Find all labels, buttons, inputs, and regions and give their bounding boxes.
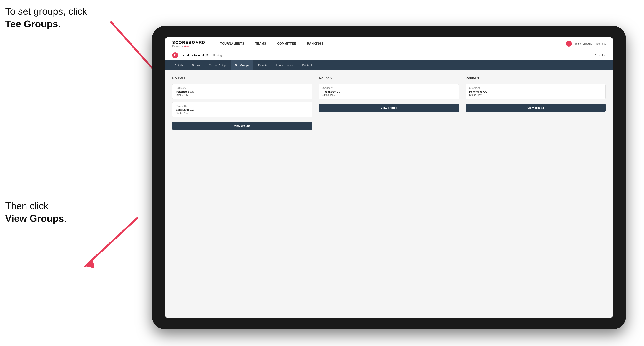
round-1-course-a-name: Peachtree GC: [176, 90, 309, 93]
round-3-course-a-card: (Course A) Peachtree GC Stroke Play: [466, 84, 606, 99]
round-2-course-a-format: Stroke Play: [322, 94, 456, 96]
round-2-course-a-name: Peachtree GC: [322, 90, 456, 93]
round-1-course-a-label: (Course A): [176, 87, 309, 89]
round-1-course-b-label: (Course B): [176, 105, 309, 107]
round-1-course-b-name: East Lake GC: [176, 108, 309, 111]
user-email: blair@clippd.io: [576, 42, 592, 45]
instruction-bottom-line1: Then click: [5, 200, 48, 211]
instruction-top-suffix: .: [58, 18, 60, 29]
round-3-course-a-format: Stroke Play: [469, 94, 602, 96]
svg-marker-3: [85, 259, 94, 268]
round-1-course-a-format: Stroke Play: [176, 94, 309, 96]
top-nav: SCOREBOARD Powered by clippd TOURNAMENTS…: [165, 37, 613, 50]
hosting-label: Hosting: [213, 54, 222, 57]
logo-text: SCOREBOARD: [172, 40, 206, 45]
instruction-view-groups-label: View Groups: [5, 213, 64, 224]
sub-header-left: C Clippd Invitational (M... Hosting: [172, 52, 222, 58]
arrow-view-groups: [74, 211, 159, 277]
avatar: [566, 41, 572, 47]
round-3-title: Round 3: [466, 76, 606, 80]
nav-committee[interactable]: COMMITTEE: [277, 42, 296, 45]
tournament-title: Clippd Invitational (M... Hosting: [180, 54, 222, 57]
nav-teams[interactable]: TEAMS: [256, 42, 266, 45]
round-2-course-a-label: (Course A): [322, 87, 456, 89]
sign-out-link[interactable]: Sign out: [596, 42, 606, 45]
round-1-course-a-card: (Course A) Peachtree GC Stroke Play: [172, 84, 312, 99]
view-groups-button-round-2[interactable]: View groups: [319, 104, 459, 112]
tablet-frame: SCOREBOARD Powered by clippd TOURNAMENTS…: [152, 26, 626, 329]
tab-printables[interactable]: Printables: [298, 60, 319, 70]
instruction-bottom: Then click View Groups.: [5, 200, 66, 225]
tab-nav: Details Teams Course Setup Tee Groups Re…: [165, 60, 613, 70]
view-groups-button-round-1[interactable]: View groups: [172, 122, 312, 130]
round-3-column: Round 3 (Course A) Peachtree GC Stroke P…: [466, 76, 606, 130]
round-2-column: Round 2 (Course A) Peachtree GC Stroke P…: [319, 76, 459, 130]
instruction-tee-groups-label: Tee Groups: [5, 18, 58, 29]
nav-rankings[interactable]: RANKINGS: [307, 42, 324, 45]
tab-tee-groups[interactable]: Tee Groups: [231, 60, 254, 70]
tablet-screen: SCOREBOARD Powered by clippd TOURNAMENTS…: [165, 37, 613, 318]
sub-header: C Clippd Invitational (M... Hosting Canc…: [165, 50, 613, 60]
tab-course-setup[interactable]: Course Setup: [205, 60, 230, 70]
round-1-course-b-card: (Course B) East Lake GC Stroke Play: [172, 102, 312, 117]
nav-right: blair@clippd.io Sign out: [566, 41, 606, 47]
rounds-grid: Round 1 (Course A) Peachtree GC Stroke P…: [172, 76, 606, 130]
round-1-course-b-format: Stroke Play: [176, 112, 309, 115]
round-3-course-a-name: Peachtree GC: [469, 90, 602, 93]
cancel-button[interactable]: Cancel ✕: [595, 54, 606, 57]
instruction-top: To set groups, click Tee Groups.: [5, 5, 87, 30]
main-content: Round 1 (Course A) Peachtree GC Stroke P…: [165, 70, 613, 318]
logo-powered: Powered by clippd: [172, 45, 206, 47]
clippd-logo: C: [172, 52, 178, 58]
instruction-bottom-suffix: .: [64, 213, 66, 224]
tab-results[interactable]: Results: [254, 60, 271, 70]
tab-leaderboards[interactable]: Leaderboards: [272, 60, 298, 70]
round-2-course-a-card: (Course A) Peachtree GC Stroke Play: [319, 84, 459, 99]
tab-teams[interactable]: Teams: [188, 60, 204, 70]
svg-line-2: [85, 218, 137, 266]
round-3-course-a-label: (Course A): [469, 87, 602, 89]
round-1-column: Round 1 (Course A) Peachtree GC Stroke P…: [172, 76, 312, 130]
round-2-title: Round 2: [319, 76, 459, 80]
instruction-top-line1: To set groups, click: [5, 6, 87, 17]
nav-tournaments[interactable]: TOURNAMENTS: [220, 42, 244, 45]
round-1-title: Round 1: [172, 76, 312, 80]
logo-brand: clippd: [184, 45, 190, 47]
view-groups-button-round-3[interactable]: View groups: [466, 104, 606, 112]
logo-area: SCOREBOARD Powered by clippd: [172, 40, 206, 47]
tab-details[interactable]: Details: [170, 60, 187, 70]
